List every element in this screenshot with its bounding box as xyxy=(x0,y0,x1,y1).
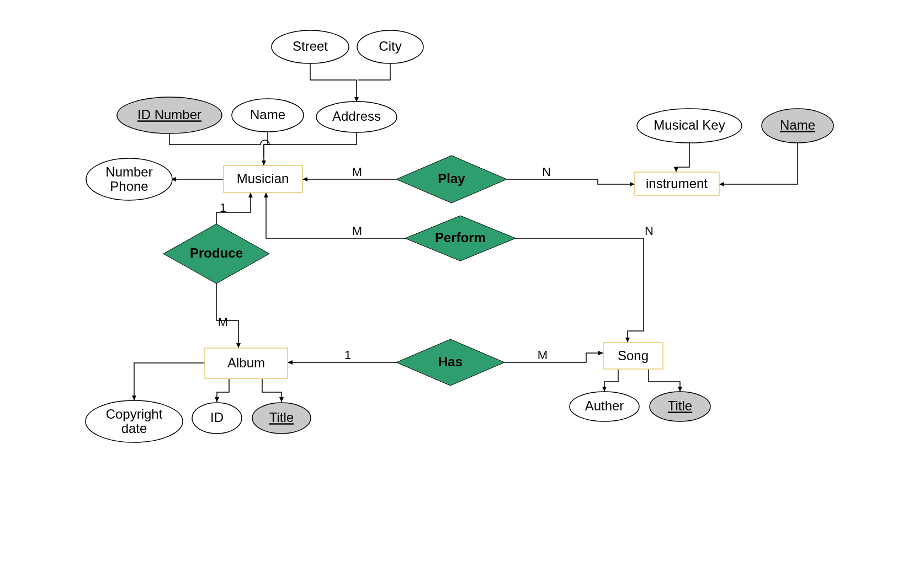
svg-text:date: date xyxy=(121,421,147,436)
relationship-produce: Produce xyxy=(163,224,269,284)
svg-text:Street: Street xyxy=(293,39,328,54)
svg-text:Song: Song xyxy=(618,348,649,363)
attribute-song-title: Title xyxy=(650,392,710,421)
entity-song: Song xyxy=(603,343,663,369)
svg-text:Number: Number xyxy=(105,164,152,179)
attribute-copyright-date: Copyright date xyxy=(86,400,183,442)
attribute-album-title: Title xyxy=(252,403,311,434)
entity-album: Album xyxy=(205,348,288,378)
cardinality-produce-album: M xyxy=(218,315,228,329)
cardinality-has-album: 1 xyxy=(344,348,351,362)
svg-text:City: City xyxy=(379,39,401,54)
cardinality-play-musician: M xyxy=(352,165,362,179)
entity-instrument: instrument xyxy=(635,172,719,195)
attribute-id-number: ID Number xyxy=(117,97,222,133)
cardinality-produce-musician: 1 xyxy=(220,201,226,215)
cardinality-perform-song: N xyxy=(645,224,654,238)
svg-text:Name: Name xyxy=(780,117,815,132)
svg-text:ID Number: ID Number xyxy=(137,107,201,122)
svg-text:Title: Title xyxy=(269,410,294,425)
attribute-city: City xyxy=(357,30,423,63)
svg-text:Musician: Musician xyxy=(237,171,289,186)
relationship-play: Play xyxy=(396,156,507,203)
cardinality-play-instrument: N xyxy=(542,165,551,179)
svg-text:Perform: Perform xyxy=(435,230,486,245)
attribute-street: Street xyxy=(272,30,349,63)
svg-text:ID: ID xyxy=(210,410,224,425)
svg-text:Produce: Produce xyxy=(190,245,243,260)
attribute-address: Address xyxy=(316,101,397,132)
attribute-album-id: ID xyxy=(192,403,242,434)
svg-text:Name: Name xyxy=(250,107,285,122)
svg-text:Play: Play xyxy=(438,171,465,186)
entity-musician: Musician xyxy=(224,165,302,193)
svg-text:Has: Has xyxy=(438,354,463,369)
svg-text:Title: Title xyxy=(668,398,692,413)
relationship-perform: Perform xyxy=(405,216,516,261)
svg-text:Copyright: Copyright xyxy=(106,407,163,421)
svg-text:Address: Address xyxy=(332,109,381,124)
svg-text:Auther: Auther xyxy=(585,398,624,413)
svg-text:Musical Key: Musical Key xyxy=(654,117,725,132)
attribute-musician-name: Name xyxy=(232,99,304,132)
svg-text:Album: Album xyxy=(227,355,265,370)
cardinality-has-song: M xyxy=(538,348,548,362)
relationship-has: Has xyxy=(396,339,504,386)
cardinality-perform-musician: M xyxy=(352,224,362,238)
attribute-instrument-name: Name xyxy=(762,109,833,143)
svg-text:Phone: Phone xyxy=(110,179,148,194)
attribute-song-author: Auther xyxy=(570,392,639,421)
attribute-musical-key: Musical Key xyxy=(637,109,742,143)
attribute-number-phone: Number Phone xyxy=(86,158,172,200)
svg-text:instrument: instrument xyxy=(646,176,708,191)
er-diagram-canvas: M N M N 1 M 1 M Street City Address xyxy=(0,0,903,588)
